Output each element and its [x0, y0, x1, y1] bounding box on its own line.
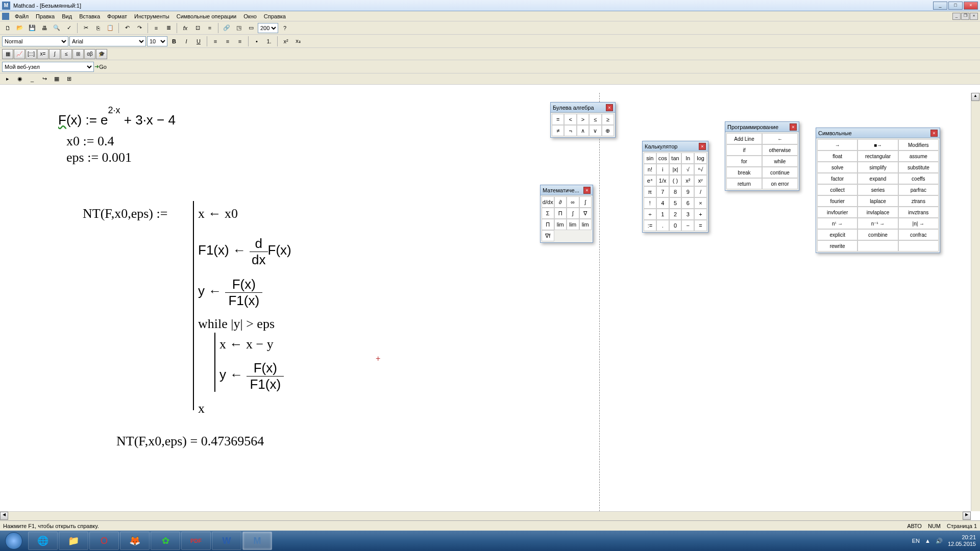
calc-cell[interactable]: + [694, 209, 707, 220]
symbolic-palette[interactable]: Символьные× →■→Modifiersfloatrectangular… [816, 128, 940, 253]
taskbar[interactable]: 🌐 📁 O 🦊 ✿ PDF W M EN ▲ 🔊 20:2112.05.2015 [0, 531, 980, 551]
copy-button[interactable]: ⎘ [92, 22, 104, 34]
new-button[interactable]: 🗋 [2, 22, 13, 34]
menu-Вставка[interactable]: Вставка [76, 13, 104, 19]
calculus-palette-close[interactable]: × [583, 187, 591, 194]
prog-line4[interactable]: while |y| > eps [198, 316, 275, 332]
prog-cell[interactable]: Add Line [726, 133, 762, 144]
system-tray[interactable]: EN ▲ 🔊 20:2112.05.2015 [908, 534, 980, 547]
calc-cell[interactable]: xʸ [694, 175, 707, 186]
sym-cell[interactable]: confrac [898, 229, 939, 240]
palette-cell[interactable]: < [564, 114, 576, 125]
sym-cell[interactable]: Modifiers [898, 139, 939, 151]
sym-cell[interactable]: ■→ [857, 139, 898, 151]
minimize-button[interactable]: _ [933, 2, 947, 10]
calculus-palette[interactable]: Математиче...× d/dx∂∞∫ΣΠ∫∇Πlimlimlim∇f [540, 185, 593, 243]
undo-button[interactable]: ↶ [121, 22, 133, 34]
calc-cell[interactable]: ! [644, 197, 656, 209]
calc-cell[interactable]: eˣ [644, 175, 656, 186]
equation-F[interactable]: F(x) := e2·x + 3·x − 4 [58, 111, 176, 128]
menu-Файл[interactable]: Файл [11, 13, 32, 19]
sym-cell[interactable]: invlaplace [857, 207, 898, 218]
region-button[interactable]: ▭ [246, 22, 257, 34]
palette-cell[interactable]: Σ [542, 208, 554, 219]
menu-Окно[interactable]: Окно [240, 13, 260, 19]
graph-palette-button[interactable]: 📈 [14, 49, 25, 59]
programming-palette[interactable]: Программирование× Add Line←ifotherwisefo… [725, 121, 799, 191]
horizontal-scrollbar[interactable]: ◀ ▶ [0, 511, 971, 520]
save-button[interactable]: 💾 [27, 22, 38, 34]
prog-line6[interactable]: y ← F(x) F1(x) [219, 360, 284, 392]
sym-cell[interactable]: assume [898, 151, 939, 162]
equation-eps[interactable]: eps := 0.001 [66, 150, 132, 165]
prog-cell[interactable]: while [762, 156, 798, 167]
vertical-scrollbar[interactable]: ▲ [971, 93, 980, 511]
palette-cell[interactable]: ∇ [579, 208, 592, 219]
underline-button[interactable]: U [193, 36, 204, 47]
sym-cell[interactable]: factor [817, 173, 857, 184]
palette-cell[interactable]: ≠ [552, 125, 564, 136]
task-pdf[interactable]: PDF [181, 532, 211, 550]
debug-btn4[interactable]: ↪ [39, 73, 50, 85]
style-select[interactable]: Normal [2, 36, 68, 46]
calculus-palette-button[interactable]: ∫ [49, 49, 60, 59]
task-explorer[interactable]: 🌐 [28, 532, 58, 550]
boolean-palette-button[interactable]: ≤ [61, 49, 72, 59]
sym-cell[interactable]: substitute [898, 162, 939, 173]
calc-cell[interactable]: i [656, 164, 669, 175]
palette-cell[interactable]: ¬ [564, 125, 576, 136]
prog-cell[interactable]: continue [762, 167, 798, 178]
zoom-select[interactable]: 200% [258, 23, 278, 33]
redo-button[interactable]: ↷ [134, 22, 145, 34]
palette-cell[interactable]: ≤ [589, 114, 601, 125]
calc-cell[interactable]: := [644, 220, 656, 231]
font-select[interactable]: Arial [69, 36, 146, 46]
sym-cell[interactable]: invztrans [898, 207, 939, 218]
go-button[interactable]: ➜Go [95, 61, 106, 72]
fx-button[interactable]: fx [180, 22, 191, 34]
calc-cell[interactable]: ÷ [644, 209, 656, 220]
task-word[interactable]: W [212, 532, 241, 550]
bullets-button[interactable]: • [251, 36, 262, 47]
eval-palette-button[interactable]: x= [37, 49, 48, 59]
sym-cell[interactable]: combine [857, 229, 898, 240]
sym-cell[interactable]: simplify [857, 162, 898, 173]
calc-cell[interactable]: tan [669, 153, 682, 164]
paste-button[interactable]: 📋 [105, 22, 116, 34]
open-button[interactable]: 📂 [14, 22, 26, 34]
task-firefox[interactable]: 🦊 [120, 532, 150, 550]
calculator-palette[interactable]: Калькулятор× sincostanlnlogn!i|x|√ⁿ√eˣ1/… [642, 141, 708, 233]
palette-cell[interactable]: ≥ [602, 114, 614, 125]
calc-cell[interactable]: ( ) [669, 175, 682, 186]
sym-cell[interactable] [898, 240, 939, 252]
bold-button[interactable]: B [168, 36, 180, 47]
scroll-right-button[interactable]: ▶ [963, 512, 971, 520]
calc-cell[interactable]: − [681, 220, 694, 231]
calc-cell[interactable]: 1/x [656, 175, 669, 186]
calc-button[interactable]: = [204, 22, 215, 34]
prog-cell[interactable]: on error [762, 178, 798, 189]
programming-palette-close[interactable]: × [790, 123, 797, 131]
sym-cell[interactable]: rectangular [857, 151, 898, 162]
palette-cell[interactable]: > [577, 114, 589, 125]
calc-cell[interactable]: cos [656, 153, 669, 164]
calc-cell[interactable]: log [694, 153, 707, 164]
debug-btn3[interactable]: _ [27, 73, 38, 85]
prog-cell[interactable]: return [726, 178, 762, 189]
sym-cell[interactable]: rewrite [817, 240, 857, 252]
prog-line1[interactable]: x ← x0 [198, 206, 238, 221]
prog-cell[interactable]: otherwise [762, 144, 798, 156]
calc-cell[interactable]: ln [681, 153, 694, 164]
palette-cell[interactable]: ∨ [589, 125, 601, 136]
menu-Справка[interactable]: Справка [260, 13, 289, 19]
tray-volume-icon[interactable]: 🔊 [936, 538, 943, 544]
nt-lhs[interactable]: NT(F,x0,eps) := [83, 206, 167, 221]
debug-btn6[interactable]: ⊞ [63, 73, 75, 85]
tray-flag-icon[interactable]: ▲ [925, 538, 930, 544]
help-button[interactable]: ? [279, 22, 290, 34]
palette-cell[interactable]: Π [542, 219, 554, 230]
calc-cell[interactable]: 0 [669, 220, 682, 231]
palette-cell[interactable]: = [552, 114, 564, 125]
numbering-button[interactable]: 1. [263, 36, 275, 47]
prog-cell[interactable]: break [726, 167, 762, 178]
